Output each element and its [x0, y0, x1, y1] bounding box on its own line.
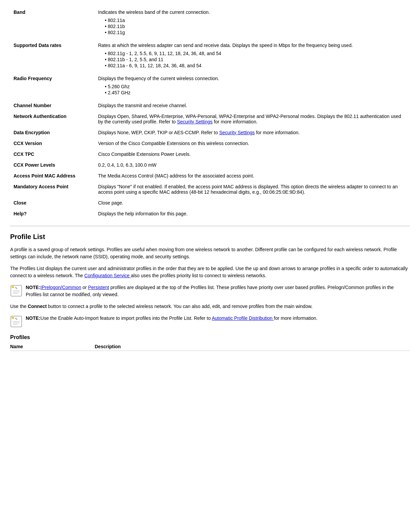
note-icon-1: ✎ ! — [10, 285, 22, 297]
band-row: Band Indicates the wireless band of the … — [10, 7, 410, 40]
close-description: Close page. — [95, 197, 410, 208]
prelogon-link[interactable]: IPrelogon/Common — [41, 285, 81, 290]
profile-list-para1: A profile is a saved group of network se… — [10, 246, 410, 260]
band-table: Band Indicates the wireless band of the … — [10, 7, 410, 219]
profile-list-para3: Use the Connect button to connect a prof… — [10, 303, 410, 310]
note1-or: or — [81, 285, 88, 290]
ccx-power-levels-description: 0.2, 0.4, 1.0, 6.3, 100.0 mW — [95, 160, 410, 170]
band-bullets: 802.11a 802.11b 802.11g — [98, 15, 406, 37]
col-header-name: Name — [10, 344, 95, 349]
radio-frequency-description: Displays the frequency of the current wi… — [98, 76, 219, 81]
note1-content: NOTE:IPrelogon/Common or Persistent prof… — [26, 284, 410, 298]
note-icon-2: ✎ ! — [10, 315, 22, 328]
svg-text:✎: ✎ — [15, 286, 18, 290]
network-auth-post: for more information. — [213, 119, 258, 124]
connect-bold: Connect — [28, 304, 47, 309]
ccx-version-label: CCX Version — [10, 138, 95, 149]
data-encryption-content: Displays None, WEP, CKIP, TKIP or AES-CC… — [95, 127, 410, 138]
sdr-bullet-1: 802.11g - 1, 2, 5.5, 6, 9, 11, 12, 18, 2… — [105, 51, 406, 56]
auto-profile-link[interactable]: Automatic Profile Distribution — [212, 315, 274, 321]
supported-data-rates-bullets: 802.11g - 1, 2, 5.5, 6, 9, 11, 12, 18, 2… — [98, 48, 406, 70]
ccx-version-description: Version of the Cisco Compatible Extensio… — [95, 138, 410, 149]
mandatory-ap-label: Mandatory Access Point — [10, 181, 95, 197]
supported-data-rates-content: Rates at which the wireless adapter can … — [95, 40, 410, 73]
network-auth-content: Displays Open, Shared, WPA-Enterprise, W… — [95, 111, 410, 127]
band-bullet-2: 802.11b — [105, 24, 406, 29]
access-point-mac-description: The Media Access Control (MAC) address f… — [95, 170, 410, 181]
channel-number-description: Displays the transmit and receive channe… — [95, 100, 410, 111]
note-svg-2: ✎ ! — [10, 315, 22, 328]
svg-text:!: ! — [13, 286, 13, 289]
persistent-link[interactable]: Persistent — [88, 285, 109, 290]
sdr-bullet-3: 802.11a - 6, 9, 11, 12, 18, 24, 36, 48, … — [105, 63, 406, 68]
note2-content: NOTE:Use the Enable Auto-Import feature … — [26, 315, 318, 322]
access-point-mac-row: Access Point MAC Address The Media Acces… — [10, 170, 410, 181]
radio-frequency-label: Radio Frequency — [10, 73, 95, 100]
mandatory-ap-description: Displays "None" if not enabled. If enabl… — [95, 181, 410, 197]
ccx-power-levels-row: CCX Power Levels 0.2, 0.4, 1.0, 6.3, 100… — [10, 160, 410, 170]
data-encryption-row: Data Encryption Displays None, WEP, CKIP… — [10, 127, 410, 138]
data-encryption-post: for more information. — [255, 130, 300, 135]
network-auth-row: Network Authentication Displays Open, Sh… — [10, 111, 410, 127]
profile-list-title: Profile List — [10, 233, 410, 241]
network-auth-label: Network Authentication — [10, 111, 95, 127]
ccx-tpc-description: Cisco Compatible Extensions Power Levels… — [95, 149, 410, 160]
configuration-service-link[interactable]: Configuration Service — [84, 273, 131, 278]
ccx-tpc-label: CCX TPC — [10, 149, 95, 160]
profiles-section: Profiles Name Description — [10, 334, 410, 351]
supported-data-rates-row: Supported Data rates Rates at which the … — [10, 40, 410, 73]
note-box-1: ✎ ! NOTE:IPrelogon/Common or Persistent … — [10, 284, 410, 298]
ccx-version-row: CCX Version Version of the Cisco Compati… — [10, 138, 410, 149]
para2-post: also uses the profiles priority list to … — [131, 273, 266, 278]
profiles-title: Profiles — [10, 334, 410, 340]
note1-label: NOTE: — [26, 285, 41, 290]
channel-number-label: Channel Number — [10, 100, 95, 111]
close-row: Close Close page. — [10, 197, 410, 208]
band-label: Band — [10, 7, 95, 40]
rf-bullet-2: 2.457 GHz — [105, 90, 406, 95]
sdr-bullet-2: 802.11b - 1, 2, 5.5, and 11 — [105, 57, 406, 62]
radio-frequency-row: Radio Frequency Displays the frequency o… — [10, 73, 410, 100]
para3-post: button to connect a profile to the selec… — [47, 304, 312, 309]
data-encryption-pre: Displays None, WEP, CKIP, TKIP or AES-CC… — [98, 130, 219, 135]
radio-frequency-bullets: 5.260 Ghz 2.457 GHz — [98, 81, 406, 97]
supported-data-rates-label: Supported Data rates — [10, 40, 95, 73]
band-bullet-1: 802.11a — [105, 18, 406, 23]
band-description: Indicates the wireless band of the curre… — [98, 9, 210, 15]
profile-list-section: Profile List A profile is a saved group … — [10, 233, 410, 328]
data-encryption-link[interactable]: Security Settings — [219, 130, 255, 135]
svg-text:✎: ✎ — [15, 317, 18, 321]
network-auth-link[interactable]: Security Settings — [177, 119, 212, 124]
access-point-mac-label: Access Point MAC Address — [10, 170, 95, 181]
supported-data-rates-description: Rates at which the wireless adapter can … — [98, 43, 353, 48]
mandatory-ap-row: Mandatory Access Point Displays "None" i… — [10, 181, 410, 197]
help-description: Displays the help information for this p… — [95, 208, 410, 219]
note2-label: NOTE: — [26, 315, 41, 321]
data-encryption-label: Data Encryption — [10, 127, 95, 138]
note2-text-pre: Use the Enable Auto-Import feature to im… — [41, 315, 212, 321]
svg-text:!: ! — [13, 316, 13, 319]
ccx-tpc-row: CCX TPC Cisco Compatible Extensions Powe… — [10, 149, 410, 160]
band-bullet-3: 802.11g — [105, 30, 406, 35]
section-divider — [10, 226, 410, 226]
ccx-power-levels-label: CCX Power Levels — [10, 160, 95, 170]
col-header-description: Description — [95, 344, 121, 349]
band-content: Indicates the wireless band of the curre… — [95, 7, 410, 40]
help-row: Help? Displays the help information for … — [10, 208, 410, 219]
profiles-col-headers: Name Description — [10, 344, 410, 351]
profile-list-para2: The Profiles List displays the current u… — [10, 265, 410, 279]
help-label: Help? — [10, 208, 95, 219]
radio-frequency-content: Displays the frequency of the current wi… — [95, 73, 410, 100]
rf-bullet-1: 5.260 Ghz — [105, 84, 406, 89]
para3-pre: Use the — [10, 304, 28, 309]
note-box-2: ✎ ! NOTE:Use the Enable Auto-Import feat… — [10, 315, 410, 328]
note2-text-post: for more information. — [274, 315, 318, 321]
channel-number-row: Channel Number Displays the transmit and… — [10, 100, 410, 111]
note-svg-1: ✎ ! — [10, 285, 22, 297]
close-label: Close — [10, 197, 95, 208]
